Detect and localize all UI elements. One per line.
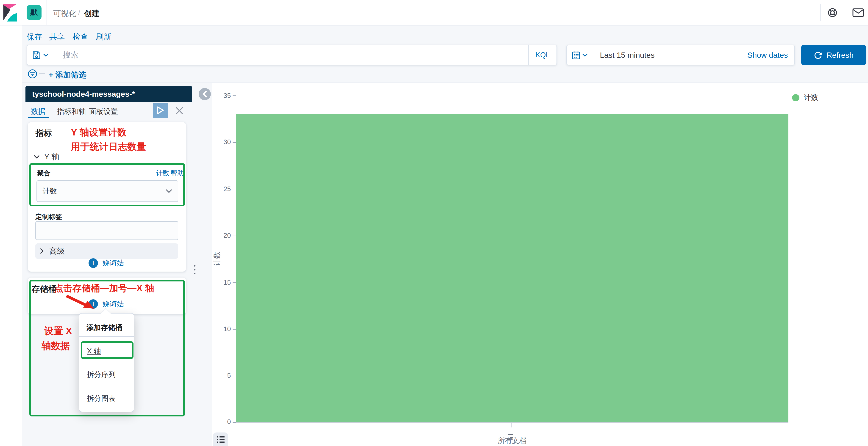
annotation-y-axis-note-2: 用于统计日志数量 xyxy=(71,140,146,153)
bar-count-all[interactable] xyxy=(236,114,788,422)
close-icon xyxy=(174,105,185,116)
y-tick-label: 0 xyxy=(219,418,231,425)
chevron-down-icon xyxy=(43,54,49,57)
annotation-y-axis-note-1: Y 轴设置计数 xyxy=(71,126,127,139)
menu-item-x-axis[interactable]: X 轴 xyxy=(87,346,101,356)
inspect-button[interactable]: 检查 xyxy=(72,32,88,42)
annotation-red-arrow xyxy=(65,294,94,310)
nav-rail xyxy=(0,26,22,446)
tick-mark xyxy=(232,329,236,330)
apply-changes-button[interactable] xyxy=(153,103,168,118)
tab-panel-settings[interactable]: 面板设置 xyxy=(89,107,118,116)
search-input[interactable]: 搜索 xyxy=(63,50,528,60)
legend-item-count[interactable]: 计数 xyxy=(792,93,818,102)
tick-mark xyxy=(232,236,236,236)
tab-active-underline xyxy=(28,117,49,118)
breadcrumb-separator: / xyxy=(78,8,80,17)
top-bar xyxy=(0,0,868,26)
tick-mark xyxy=(232,95,236,96)
menu-item-split-series[interactable]: 拆分序列 xyxy=(87,370,116,380)
discard-changes-button[interactable] xyxy=(174,105,185,116)
custom-label-input[interactable] xyxy=(35,221,178,240)
y-tick-label: 25 xyxy=(219,185,231,193)
y-axis-title: 计数 xyxy=(212,250,222,267)
divider xyxy=(46,0,47,26)
advanced-accordion-label: 高级 xyxy=(49,246,65,256)
list-icon xyxy=(217,436,224,443)
panel-resize-handle[interactable] xyxy=(194,265,195,274)
tick-mark xyxy=(232,282,236,283)
y-tick-label: 30 xyxy=(219,138,231,146)
y-tick-label: 5 xyxy=(219,372,231,379)
bucket-menu-title: 添加存储桶 xyxy=(86,323,122,333)
tab-metrics-axes[interactable]: 指标和轴 xyxy=(57,107,86,116)
refresh-icon xyxy=(814,51,822,59)
refresh-button[interactable]: Refresh xyxy=(801,45,866,65)
space-avatar[interactable]: 默 xyxy=(27,5,41,20)
tick-mark xyxy=(232,376,236,376)
help-icon[interactable] xyxy=(827,7,838,18)
add-metric-label: 娣诲姞 xyxy=(102,258,124,268)
show-dates-button[interactable]: Show dates xyxy=(747,50,788,60)
custom-label-field-wrap xyxy=(35,221,178,240)
add-filter-button[interactable]: + 添加筛选 xyxy=(49,70,86,80)
save-icon xyxy=(32,50,41,60)
legend-toggle-button[interactable] xyxy=(213,433,228,446)
date-picker: Last 15 minutes Show dates xyxy=(566,45,795,65)
chevron-left-icon xyxy=(202,91,207,97)
saved-query-menu[interactable] xyxy=(27,45,54,65)
time-range-value[interactable]: Last 15 minutes xyxy=(600,50,747,60)
legend-dot-icon xyxy=(792,94,799,101)
legend-label: 计数 xyxy=(804,93,818,102)
add-bucket-label: 娣诲姞 xyxy=(102,299,124,309)
date-quick-menu[interactable] xyxy=(567,45,593,65)
mail-icon[interactable] xyxy=(852,8,864,17)
add-metric-button[interactable]: + 娣诲姞 xyxy=(89,258,124,268)
divider xyxy=(820,4,820,21)
divider xyxy=(845,4,845,21)
y-axis-accordion[interactable]: Y 轴 xyxy=(34,151,59,162)
play-icon xyxy=(157,106,164,114)
annotation-green-box-aggregation xyxy=(29,163,185,206)
buckets-card-title: 存储桶 xyxy=(32,284,57,295)
refresh-link[interactable]: 刷新 xyxy=(96,32,112,42)
advanced-accordion[interactable]: 高级 xyxy=(35,243,178,259)
index-pattern-header: tyschool-node4-messages-* xyxy=(26,86,192,102)
y-tick-label: 35 xyxy=(219,92,231,100)
share-button[interactable]: 共享 xyxy=(49,32,65,42)
kql-language-button[interactable]: KQL xyxy=(528,45,557,65)
tab-data[interactable]: 数据 xyxy=(31,107,45,116)
collapse-panel-button[interactable] xyxy=(199,88,211,100)
metrics-card-title: 指标 xyxy=(35,128,52,139)
divider xyxy=(79,336,134,337)
kibana-logo[interactable] xyxy=(3,3,18,22)
chevron-down-icon xyxy=(34,155,40,159)
query-bar: 搜索 KQL xyxy=(27,45,557,65)
x-axis-title: 所有文档 xyxy=(489,436,535,446)
annotation-x-axis-note-2: 轴数据 xyxy=(41,340,70,352)
filter-icon[interactable] xyxy=(28,69,37,79)
kibana-visualize-create-page: 默 可视化 / 创建 保存 共享 检查 刷新 搜索 KQL xyxy=(0,0,868,446)
chevron-down-icon xyxy=(582,54,588,57)
y-tick-label: 20 xyxy=(219,232,231,239)
tick-mark xyxy=(232,188,236,189)
y-axis-accordion-label: Y 轴 xyxy=(44,151,59,162)
breadcrumb-current: 创建 xyxy=(84,8,100,19)
plus-circle-icon: + xyxy=(89,258,98,268)
y-tick-label: 15 xyxy=(219,279,231,286)
filter-dash xyxy=(39,73,45,74)
tick-mark xyxy=(232,142,236,143)
y-tick-label: 10 xyxy=(219,325,231,333)
custom-label-label: 定制标签 xyxy=(35,212,62,221)
save-button[interactable]: 保存 xyxy=(27,32,42,42)
tick-mark xyxy=(232,422,236,422)
refresh-button-label: Refresh xyxy=(827,50,854,60)
menu-item-split-chart[interactable]: 拆分图表 xyxy=(87,394,116,403)
annotation-x-axis-note-1: 设置 X xyxy=(44,325,72,337)
annotation-bucket-note: 点击存储桶—加号—X 轴 xyxy=(54,282,154,295)
breadcrumb-parent[interactable]: 可视化 xyxy=(53,8,76,19)
chevron-right-icon xyxy=(40,248,44,254)
calendar-icon xyxy=(572,50,580,60)
